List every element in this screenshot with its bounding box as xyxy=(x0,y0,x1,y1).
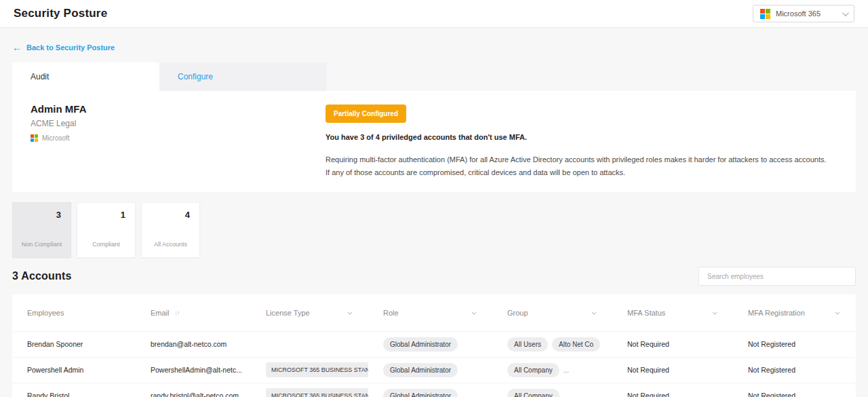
column-label: MFA Status xyxy=(627,309,665,317)
tab-audit[interactable]: Audit xyxy=(12,62,159,91)
back-link[interactable]: ← Back to Security Posture xyxy=(12,43,115,52)
microsoft-logo-icon xyxy=(31,134,38,142)
table-row[interactable]: Randy Bristol randy.bristol@alt-netco.co… xyxy=(12,383,856,397)
sort-arrows-icon[interactable]: ↓↑ xyxy=(175,309,180,316)
cell-role: Global Administrator xyxy=(368,383,492,397)
stat-label: Compliant xyxy=(77,240,135,250)
provider-row: Microsoft xyxy=(31,134,326,142)
accounts-table: Employees Email ↓↑ License Type Role Gro… xyxy=(12,295,856,397)
detail-card-left: Admin MFA ACME Legal Microsoft xyxy=(31,103,326,178)
column-header[interactable]: Employees xyxy=(12,295,136,331)
group-more-indicator: ... xyxy=(564,392,569,397)
license-pill: MICROSOFT 365 BUSINESS STAN xyxy=(266,362,368,377)
cell-role: Global Administrator xyxy=(368,331,492,357)
cell-mfa-status: Not Required xyxy=(612,331,733,357)
stat-card-compliant[interactable]: 1 Compliant xyxy=(77,202,136,258)
tab-configure[interactable]: Configure xyxy=(159,62,327,91)
group-more-indicator: ... xyxy=(564,366,569,374)
chevron-down-icon xyxy=(842,10,849,16)
table-row[interactable]: Powershell Admin PowershellAdmin@alt-net… xyxy=(12,357,856,383)
description-text: Requiring multi-factor authentication (M… xyxy=(326,153,831,178)
cell-group-pills: All Company... xyxy=(507,389,612,397)
column-label: Employees xyxy=(27,309,64,317)
provider-label: Microsoft xyxy=(42,134,70,142)
back-arrow-icon: ← xyxy=(12,43,22,52)
group-pill: All Company xyxy=(507,389,559,397)
column-header[interactable]: Email ↓↑ xyxy=(136,295,251,331)
stat-value: 3 xyxy=(56,210,61,220)
cell-license: MICROSOFT 365 BUSINESS STAN xyxy=(251,357,368,383)
company-name: ACME Legal xyxy=(31,119,326,128)
cell-mfa-registration: Not Registered xyxy=(733,331,856,357)
detail-card: Admin MFA ACME Legal Microsoft Partially… xyxy=(12,91,856,192)
cell-mfa-status: Not Required xyxy=(612,383,733,397)
microsoft-logo-icon xyxy=(760,9,770,19)
cell-email: brendan@alt-netco.com xyxy=(136,331,251,357)
column-chevron-icon[interactable] xyxy=(591,309,596,314)
cell-mfa-registration: Not Registered xyxy=(733,357,856,383)
cell-employee: Brendan Spooner xyxy=(12,331,136,357)
accounts-heading: 3 Accounts xyxy=(12,270,72,282)
cell-group-pills: All Company... xyxy=(507,363,612,377)
column-chevron-icon[interactable] xyxy=(471,309,476,314)
group-pill: Alto Net Co xyxy=(552,337,600,352)
column-header[interactable]: MFA Status xyxy=(612,295,733,331)
stat-card-non-compliant[interactable]: 3 Non Compliant xyxy=(12,202,71,258)
back-row: ← Back to Security Posture xyxy=(0,28,868,62)
tenant-selector[interactable]: Microsoft 365 xyxy=(753,5,854,22)
column-header[interactable]: License Type xyxy=(251,295,368,331)
column-label: Group xyxy=(507,309,528,317)
stat-cards: 3 Non Compliant 1 Compliant 4 All Accoun… xyxy=(12,202,856,258)
tab-bar: Audit Configure xyxy=(12,62,856,91)
stat-label: Non Compliant xyxy=(13,240,71,250)
cell-group: All UsersAlto Net Co xyxy=(492,331,612,357)
table-body: Brendan Spooner brendan@alt-netco.com Gl… xyxy=(12,331,856,397)
accounts-header: 3 Accounts xyxy=(12,267,856,286)
cell-group: All Company... xyxy=(492,357,612,383)
cell-employee: Randy Bristol xyxy=(12,383,136,397)
search-input[interactable] xyxy=(698,267,856,286)
cell-employee: Powershell Admin xyxy=(12,357,136,383)
group-pill: All Company xyxy=(507,363,559,377)
stat-label: All Accounts xyxy=(142,240,199,250)
tenant-selector-label: Microsoft 365 xyxy=(776,10,821,18)
top-bar: Security Posture Microsoft 365 xyxy=(0,0,868,28)
cell-group-pills: All UsersAlto Net Co xyxy=(507,337,612,352)
status-badge: Partially Configured xyxy=(326,105,406,123)
column-header[interactable]: Group xyxy=(492,295,612,331)
stat-card-all-accounts[interactable]: 4 All Accounts xyxy=(141,202,200,258)
license-pill: MICROSOFT 365 BUSINESS STAN xyxy=(266,388,368,397)
column-header[interactable]: MFA Registration xyxy=(733,295,856,331)
cell-email: PowershellAdmin@alt-netc... xyxy=(136,357,251,383)
role-pill: Global Administrator xyxy=(383,363,458,377)
cell-group: All Company... xyxy=(492,383,612,397)
cell-role: Global Administrator xyxy=(368,357,492,383)
cell-license xyxy=(251,331,368,357)
column-label: MFA Registration xyxy=(748,309,805,317)
column-chevron-icon[interactable] xyxy=(712,309,717,314)
page-title: Security Posture xyxy=(14,7,107,20)
column-label: License Type xyxy=(266,309,310,317)
stat-value: 4 xyxy=(185,210,190,220)
cell-mfa-registration: Not Registered xyxy=(733,383,856,397)
back-link-label: Back to Security Posture xyxy=(26,43,115,52)
table-row[interactable]: Brendan Spooner brendan@alt-netco.com Gl… xyxy=(12,331,856,357)
detail-card-right: Partially Configured You have 3 of 4 pri… xyxy=(326,103,831,178)
column-chevron-icon[interactable] xyxy=(835,309,840,314)
column-chevron-icon[interactable] xyxy=(347,309,352,314)
column-header[interactable]: Role xyxy=(368,295,492,331)
accounts-table-card: Employees Email ↓↑ License Type Role Gro… xyxy=(12,295,856,397)
column-label: Role xyxy=(383,309,399,317)
cell-email: randy.bristol@alt-netco.com xyxy=(136,383,251,397)
role-pill: Global Administrator xyxy=(383,337,458,352)
cell-license: MICROSOFT 365 BUSINESS STAN xyxy=(251,383,368,397)
policy-title: Admin MFA xyxy=(31,103,326,115)
role-pill: Global Administrator xyxy=(383,389,458,397)
stat-value: 1 xyxy=(121,210,125,220)
cell-mfa-status: Not Required xyxy=(612,357,733,383)
summary-text: You have 3 of 4 priviledged accounts tha… xyxy=(326,133,831,141)
table-header-row: Employees Email ↓↑ License Type Role Gro… xyxy=(12,295,856,331)
group-pill: All Users xyxy=(507,337,548,352)
column-label: Email xyxy=(151,309,170,317)
